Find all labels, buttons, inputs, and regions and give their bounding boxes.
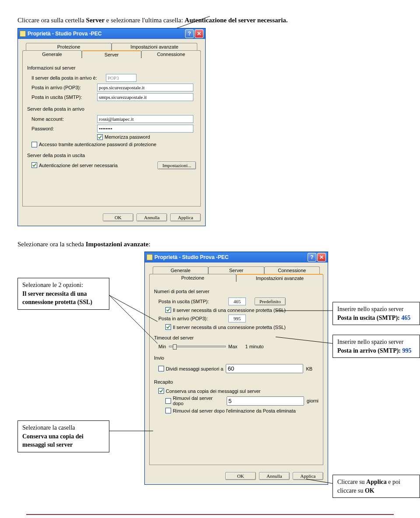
dialog-advanced: Proprietà - Studio Prova -PEC ? ✕ Genera… xyxy=(144,252,328,485)
group-send: Invio xyxy=(154,355,318,360)
cancel-button[interactable]: Annulla xyxy=(136,214,167,221)
t: Il server necessita di una connessione p… xyxy=(22,290,92,306)
days-input xyxy=(227,396,304,406)
pop3-port-input[interactable] xyxy=(228,315,246,322)
group-info: Informazioni sul server xyxy=(27,65,196,70)
checkbox-remember[interactable] xyxy=(97,134,103,140)
tab-impostazioni-avanzate[interactable]: Impostazioni avanzate xyxy=(236,274,323,282)
section-1: Cliccare ora sulla certella Server e sel… xyxy=(18,15,402,226)
tabs: Protezione Impostazioni avanzate General… xyxy=(22,42,201,206)
checkbox-keep-copy[interactable] xyxy=(158,388,164,394)
apply-button[interactable]: Applica xyxy=(293,472,323,480)
label-remove-deleted: Rimuovi dal server dopo l'eliminazione d… xyxy=(173,408,296,413)
t: Selezionare le 2 opzioni: xyxy=(22,282,83,288)
intro-1: Cliccare ora sulla certella Server e sel… xyxy=(18,15,402,25)
smtp-input[interactable] xyxy=(97,93,193,101)
t: Posta in arrivo (SMTP): xyxy=(337,347,402,354)
window-title: Proprietà - Studio Prova -PEC xyxy=(154,254,228,260)
settings-button[interactable]: Impostazioni... xyxy=(158,161,196,169)
t: Autenticazione del server necessaria. xyxy=(185,17,288,24)
tab-content: Numeri di porta del server Posta in usci… xyxy=(149,281,323,465)
label-days: giorni xyxy=(307,398,318,403)
account-input[interactable] xyxy=(97,115,193,123)
checkbox-remove-deleted[interactable] xyxy=(165,408,171,413)
callout-apply-ok: Cliccare su Applica e poi cliccare su OK xyxy=(332,475,420,498)
dialog-server: Proprietà - Studio Prova -PEC ? ✕ Protez… xyxy=(18,28,206,226)
password-input[interactable] xyxy=(97,125,193,133)
label-ssl-smtp: Il server necessita di una connessione p… xyxy=(173,308,286,313)
label-1min: 1 minuto xyxy=(245,344,264,349)
t: Server xyxy=(86,17,105,24)
ok-button[interactable]: OK xyxy=(103,214,133,221)
tab-protezione[interactable]: Protezione xyxy=(149,274,236,282)
ok-button[interactable]: OK xyxy=(225,472,256,480)
tab-generale[interactable]: Generale xyxy=(22,50,82,58)
t: 995 xyxy=(402,347,412,354)
checkbox-spa[interactable] xyxy=(32,142,37,147)
body: Protezione Impostazioni avanzate General… xyxy=(18,39,205,211)
label-remove-after: Rimuovi dal server dopo xyxy=(173,396,224,406)
t: Impostazioni avanzate xyxy=(86,241,149,248)
callout-smtp-port: Inserire nello spazio server Posta in us… xyxy=(332,302,420,325)
label-kb: KB xyxy=(306,366,312,371)
t: Applica xyxy=(366,479,387,485)
smtp-port-input[interactable] xyxy=(228,298,246,305)
tab-server[interactable]: Server xyxy=(208,266,264,274)
tabs: Generale Server Connessione Protezione I… xyxy=(149,266,323,465)
checkbox-split[interactable] xyxy=(158,366,164,371)
t: Cliccare su xyxy=(337,479,366,485)
sec2-grid: Selezionare le 2 opzioni: Il server nece… xyxy=(18,252,402,497)
cancel-button[interactable]: Annulla xyxy=(259,472,290,480)
titlebar[interactable]: Proprietà - Studio Prova -PEC ? ✕ xyxy=(18,28,205,39)
label-ssl-pop3: Il server necessita di una connessione p… xyxy=(173,325,286,330)
label-auth: Autenticazione del server necessaria xyxy=(39,163,158,168)
split-size-input xyxy=(226,364,303,373)
label-min: Min xyxy=(158,344,166,349)
group-ports: Numeri di porta del server xyxy=(154,289,318,294)
page-divider xyxy=(26,514,394,515)
tab-connessione[interactable]: Connessione xyxy=(141,50,201,58)
t: Posta in uscita (SMTP): xyxy=(337,315,401,321)
t: Selezionare la casella xyxy=(22,424,75,431)
tab-generale[interactable]: Generale xyxy=(153,266,208,274)
callout-keep: Selezionare la casella Conserva una copi… xyxy=(18,420,109,452)
tab-content: Informazioni sul server Il server della … xyxy=(22,58,201,206)
checkbox-ssl-pop3[interactable] xyxy=(165,324,171,330)
tab-connessione[interactable]: Connessione xyxy=(264,266,320,274)
callout-ssl: Selezionare le 2 opzioni: Il server nece… xyxy=(18,278,109,310)
label-password: Password: xyxy=(32,126,97,131)
tab-server[interactable]: Server xyxy=(82,50,141,58)
checkbox-ssl-smtp[interactable] xyxy=(165,307,171,313)
checkbox-auth[interactable] xyxy=(32,162,37,168)
dialog-footer: OK Annulla Applica xyxy=(18,211,205,226)
label-pop3: Posta in arrivo (POP3): xyxy=(32,85,97,90)
titlebar[interactable]: Proprietà - Studio Prova -PEC ? ✕ xyxy=(145,252,328,262)
help-button[interactable]: ? xyxy=(308,253,316,262)
t: Cliccare ora sulla certella xyxy=(18,17,86,24)
label-pop3: Posta in arrivo (POP3): xyxy=(158,316,228,321)
close-button[interactable]: ✕ xyxy=(195,29,203,38)
help-button[interactable]: ? xyxy=(185,29,194,38)
group-timeout: Timeout del server xyxy=(154,335,318,340)
section-2: Selezionare ora la scheda Impostazioni a… xyxy=(18,239,402,497)
group-delivery: Recapito xyxy=(154,379,318,385)
app-icon xyxy=(147,254,153,260)
checkbox-remove-after[interactable] xyxy=(165,398,171,404)
timeout-slider[interactable] xyxy=(169,346,226,347)
label-smtp: Posta in uscita (SMTP): xyxy=(158,299,228,304)
app-icon xyxy=(20,31,26,37)
pop3-input[interactable] xyxy=(97,84,193,91)
tab-impostazioni-avanzate[interactable]: Impostazioni avanzate xyxy=(112,43,197,50)
t: : xyxy=(149,241,150,248)
group-outgoing: Server della posta in uscita xyxy=(27,153,196,158)
t: Inserire nello spazio server xyxy=(337,306,403,312)
t: Inserire nello spazio server xyxy=(337,339,403,345)
label-remember: Memorizza password xyxy=(105,134,150,140)
dialog-footer-2: OK Annulla Applica xyxy=(145,469,328,484)
close-button[interactable]: ✕ xyxy=(317,253,326,262)
label-spa: Accesso tramite autenticazione password … xyxy=(39,142,156,147)
apply-button[interactable]: Applica xyxy=(170,214,201,221)
tab-protezione[interactable]: Protezione xyxy=(26,43,112,50)
default-button[interactable]: Predefinito xyxy=(255,298,286,305)
t: Conserva una copia dei messaggi sul serv… xyxy=(22,433,84,448)
